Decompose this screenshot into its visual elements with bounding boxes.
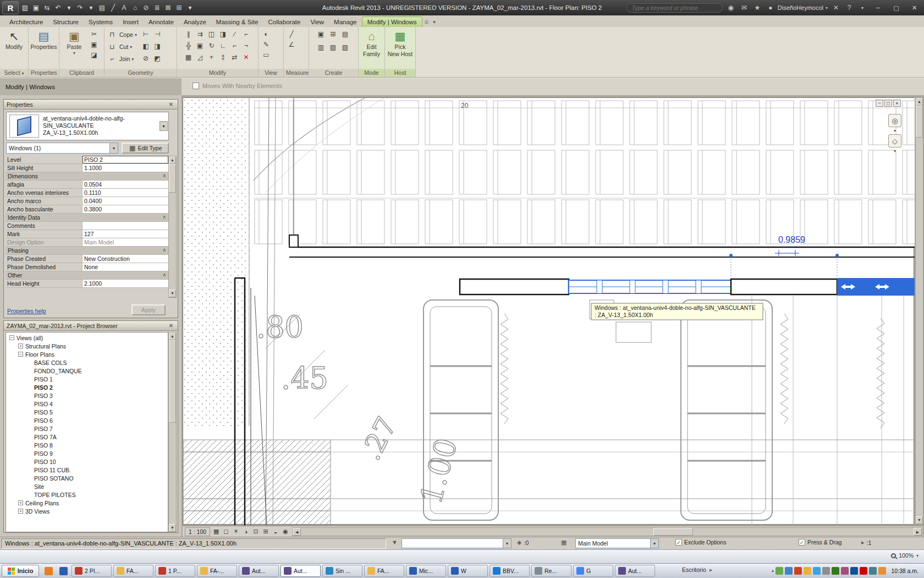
worksets-status[interactable]: ◈:0 xyxy=(517,539,529,546)
signed-in-user[interactable]: ●DiseñoHeymocol▾ xyxy=(766,4,828,12)
taskbar-item[interactable]: FA-... xyxy=(197,565,237,577)
switch-windows-icon[interactable]: ⊞ xyxy=(174,3,184,13)
property-row-mark[interactable]: Mark127 xyxy=(6,230,168,238)
mirror-axis-icon[interactable]: ◫ xyxy=(206,29,217,39)
tray-icon[interactable] xyxy=(869,567,877,575)
temporary-hide-isolate-icon[interactable]: ◒ xyxy=(271,527,280,536)
press-drag-checkbox[interactable]: ✓ xyxy=(799,539,805,546)
match-type-icon[interactable]: ◪ xyxy=(89,50,100,60)
copy-to-clipboard-icon[interactable]: ▣ xyxy=(89,39,100,50)
tray-icon[interactable] xyxy=(832,567,839,575)
trim-multiple-icon[interactable]: ¬ xyxy=(241,40,252,51)
linework-icon[interactable]: ✎ xyxy=(261,39,272,50)
tray-icon[interactable] xyxy=(813,567,821,575)
minimize-button[interactable]: ─ xyxy=(871,2,886,13)
collapse-icon[interactable]: − xyxy=(18,352,23,357)
close-button[interactable]: ✕ xyxy=(907,2,922,13)
quick-launch-item[interactable] xyxy=(57,565,70,577)
demolish-icon[interactable]: ⊘ xyxy=(140,53,151,63)
zoom-dropdown-icon[interactable]: ▾ xyxy=(894,149,896,154)
mirror-pick-icon[interactable]: ◨ xyxy=(218,29,229,39)
tab-insert[interactable]: Insert xyxy=(118,17,144,27)
help-dropdown-icon[interactable]: ▾ xyxy=(857,6,867,10)
scroll-up-icon[interactable]: ▲ xyxy=(169,332,176,340)
property-value[interactable]: 0.1110 xyxy=(82,189,168,197)
tree-item-piso-9[interactable]: PISO 9 xyxy=(6,449,168,457)
tree-item-piso-10[interactable]: PISO 10 xyxy=(6,457,168,466)
taskbar-item[interactable]: Re... xyxy=(531,565,571,577)
show-crop-region-icon[interactable]: ⊞ xyxy=(261,527,271,536)
taskbar-item[interactable]: Mic... xyxy=(406,565,446,577)
project-browser-scrollbar[interactable]: ▲ ▼ xyxy=(168,332,177,532)
design-options-icon[interactable]: ▦ xyxy=(561,539,566,546)
tray-icon[interactable] xyxy=(850,567,858,575)
status-combobox[interactable]: ▾ xyxy=(402,538,512,548)
taskbar-clock[interactable]: 10:38 a.m. xyxy=(888,568,922,574)
apply-button[interactable]: Apply xyxy=(131,304,166,315)
taskbar-item[interactable]: 2 PI... xyxy=(72,565,112,577)
shadows-icon[interactable]: ◑ xyxy=(241,527,251,536)
tree-item-views-all[interactable]: −Views (all) xyxy=(6,334,168,342)
tree-item-piso-7a[interactable]: PISO 7A xyxy=(6,433,168,441)
taskbar-item[interactable]: Aut... xyxy=(280,565,321,577)
zoom-dropdown-icon[interactable]: ▾ xyxy=(916,553,919,558)
zoom-control[interactable]: 100% ▾ xyxy=(891,552,919,559)
tab-massing-site[interactable]: Massing & Site xyxy=(211,17,263,27)
expand-icon[interactable]: + xyxy=(18,509,23,514)
tab-annotate[interactable]: Annotate xyxy=(144,17,179,27)
tree-item-floor-plans[interactable]: −Floor Plans xyxy=(6,350,168,358)
project-browser-header[interactable]: ZAYMA_02_mar-2013.rvt - Project Browser … xyxy=(4,321,178,331)
close-icon[interactable]: ✕ xyxy=(167,323,175,329)
modify-tool-button[interactable]: ↖ Modify xyxy=(2,29,26,50)
tab-analyze[interactable]: Analyze xyxy=(179,17,211,27)
taskbar-item[interactable]: Sin ... xyxy=(322,565,362,577)
trim-corner-icon[interactable]: ∟ xyxy=(218,40,229,51)
trim-single-icon[interactable]: ⌐ xyxy=(229,40,240,51)
search-icon[interactable]: ◉ xyxy=(726,4,736,12)
scrollbar-thumb[interactable] xyxy=(916,106,923,138)
tray-icon[interactable] xyxy=(794,567,802,575)
type-selector[interactable]: at_ventana-univ4-doble-no-alfg- SIN_VASC… xyxy=(6,112,169,140)
redo-dropdown-icon[interactable]: ▾ xyxy=(86,3,96,13)
property-value[interactable]: 0.0400 xyxy=(82,197,168,205)
properties-palette-header[interactable]: Properties ✕ xyxy=(4,100,178,110)
cut-icon[interactable]: ✂ xyxy=(89,29,100,39)
create-group-icon[interactable]: ⊞ xyxy=(328,29,339,39)
show-hidden-icons-icon[interactable]: ▾ xyxy=(772,569,774,574)
property-value[interactable]: 0.0504 xyxy=(82,181,168,188)
tab-collaborate[interactable]: Collaborate xyxy=(263,17,306,27)
tray-icon[interactable] xyxy=(878,567,886,575)
scrollbar-thumb[interactable] xyxy=(169,340,176,423)
tree-item-piso-1[interactable]: PISO 1 xyxy=(6,375,168,383)
property-group-other[interactable]: Other∧ xyxy=(6,271,168,280)
remove-paint-icon[interactable]: ◨ xyxy=(152,41,163,51)
property-value[interactable]: None xyxy=(82,263,168,271)
view-minimize-icon[interactable]: ─ xyxy=(876,100,883,107)
print-icon[interactable]: ▤ xyxy=(97,3,107,13)
property-group-identity-data[interactable]: Identity Data∧ xyxy=(6,214,168,222)
measure-icon[interactable]: ╱ xyxy=(286,29,297,39)
zoom-tool-icon[interactable]: ◇ xyxy=(888,134,901,148)
expand-icon[interactable]: + xyxy=(18,500,23,505)
tray-icon[interactable] xyxy=(822,567,830,575)
moves-with-nearby-option[interactable]: Moves With Nearby Elements xyxy=(193,83,282,89)
tree-item-ceiling-plans[interactable]: +Ceiling Plans xyxy=(6,499,168,507)
quick-launch-item[interactable] xyxy=(42,565,55,577)
close-icon[interactable]: ✕ xyxy=(167,101,175,107)
property-row-level[interactable]: LevelPISO 2 xyxy=(6,156,168,164)
filter-icon[interactable]: ▼ xyxy=(392,539,398,546)
type-selector-dropdown-icon[interactable]: ▾ xyxy=(160,121,168,131)
press-drag-option[interactable]: ✓Press & Drag xyxy=(799,539,842,546)
start-button[interactable]: Inicio xyxy=(2,565,39,577)
communication-center-icon[interactable]: ✉ xyxy=(739,4,749,12)
help-icon[interactable]: ? xyxy=(844,4,854,12)
scroll-down-icon[interactable]: ▼ xyxy=(169,524,176,532)
wall-joins-icon[interactable]: ⊣ xyxy=(152,29,163,39)
create-parts-icon[interactable]: ▥ xyxy=(316,42,327,52)
create-similar-icon[interactable]: ▣ xyxy=(316,29,327,39)
section-icon[interactable]: ⊘ xyxy=(141,3,151,13)
split-with-gap-icon[interactable]: ⌐ xyxy=(241,29,252,39)
steering-wheel-icon[interactable]: ◎ xyxy=(888,114,901,127)
tab-manage[interactable]: Manage xyxy=(329,17,362,27)
tray-icon[interactable] xyxy=(804,567,811,575)
